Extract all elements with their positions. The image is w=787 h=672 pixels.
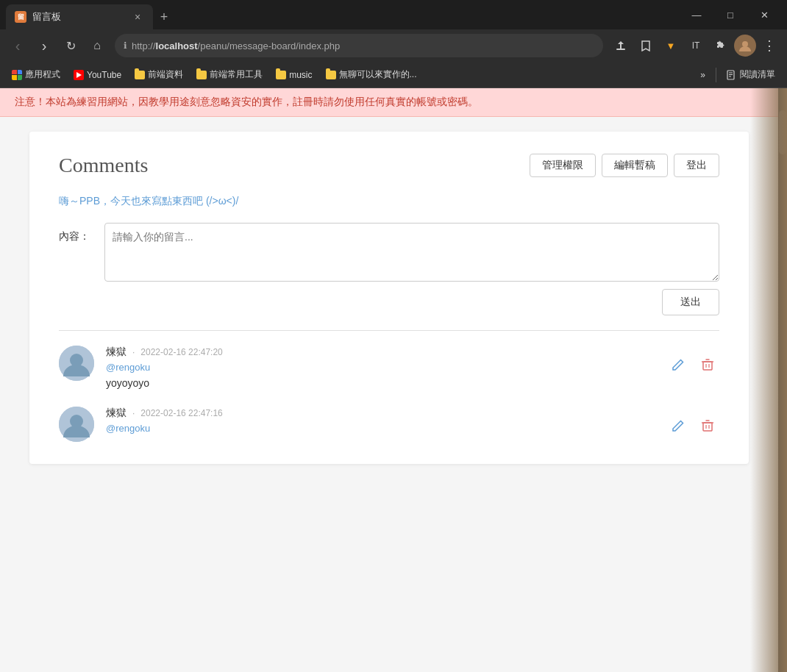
comment-body: 煉獄 · 2022-02-16 22:47:16 @rengoku <box>106 407 655 438</box>
content-card: Comments 管理權限 編輯暫稿 登出 嗨～PPB，今天也來寫點東西吧 (/… <box>29 132 749 464</box>
separator <box>716 68 716 82</box>
bookmark-youtube-label: YouTube <box>87 70 121 80</box>
nav-bar: ‹ › ↻ ⌂ ℹ http://localhost/peanu/message… <box>0 29 787 62</box>
bookmark-youtube[interactable]: YouTube <box>68 67 127 83</box>
new-tab-button[interactable]: + <box>153 4 175 29</box>
submit-button[interactable]: 送出 <box>662 289 719 315</box>
share-button[interactable] <box>609 34 633 57</box>
comment-meta: 煉獄 · 2022-02-16 22:47:20 <box>106 346 655 359</box>
tab-bar: 留 留言板 × + <box>6 0 677 29</box>
comment-meta: 煉獄 · 2022-02-16 22:47:16 <box>106 407 655 420</box>
warning-banner: 注意！本站為練習用網站，因教學用途刻意忽略資安的實作，註冊時請勿使用任何真實的帳… <box>0 88 778 117</box>
folder-icon <box>326 71 336 79</box>
refresh-button[interactable]: ↻ <box>59 34 82 57</box>
avatar <box>59 407 94 442</box>
comment-handle: @rengoku <box>106 423 655 434</box>
maximize-button[interactable]: □ <box>713 3 747 26</box>
bookmark-frontend-tools[interactable]: 前端常用工具 <box>190 65 268 84</box>
back-button[interactable]: ‹ <box>6 34 29 57</box>
comment-separator: · <box>132 347 135 357</box>
url-display: http://localhost/peanu/message-board/ind… <box>132 40 594 51</box>
admin-button[interactable]: 管理權限 <box>530 154 596 177</box>
webpage: 注意！本站為練習用網站，因教學用途刻意忽略資安的實作，註冊時請勿使用任何真實的帳… <box>0 88 778 672</box>
youtube-icon <box>74 70 84 80</box>
home-button[interactable]: ⌂ <box>85 34 109 57</box>
extensions-button[interactable] <box>709 34 733 57</box>
bookmarks-more-label: » <box>700 70 705 80</box>
tab-favicon: 留 <box>15 11 26 23</box>
brave-shield-icon[interactable]: ▼ <box>659 34 683 57</box>
comment-textarea[interactable] <box>104 223 719 282</box>
form-submit-area: 送出 <box>59 289 719 315</box>
svg-rect-0 <box>616 49 625 50</box>
edit-button[interactable] <box>666 414 690 437</box>
scrollbar[interactable] <box>778 88 787 672</box>
bookmarks-bar: 應用程式 YouTube 前端資料 前端常用工具 music 無聊可以來實作的.… <box>0 62 787 88</box>
comment-item: 煉獄 · 2022-02-16 22:47:16 @rengoku <box>59 407 719 442</box>
close-button[interactable]: ✕ <box>747 3 781 26</box>
comment-timestamp: 2022-02-16 22:47:16 <box>140 408 222 418</box>
bookmark-frontend-data[interactable]: 前端資料 <box>129 65 189 84</box>
comment-action-buttons <box>666 407 719 437</box>
bookmark-frontend-tools-label: 前端常用工具 <box>210 68 263 81</box>
avatar <box>59 346 94 381</box>
bookmark-music[interactable]: music <box>270 67 318 83</box>
logout-button[interactable]: 登出 <box>674 154 719 177</box>
comment-author: 煉獄 <box>106 407 127 420</box>
minimize-button[interactable]: — <box>680 3 713 26</box>
edit-button[interactable] <box>666 353 690 376</box>
browser-window: 留 留言板 × + — □ ✕ ‹ › ↻ ⌂ ℹ htt <box>0 0 787 672</box>
delete-button[interactable] <box>696 353 719 376</box>
tab-title: 留言板 <box>32 10 125 24</box>
delete-button[interactable] <box>696 414 719 437</box>
folder-icon <box>276 71 286 79</box>
title-bar: 留 留言板 × + — □ ✕ <box>0 0 787 29</box>
apps-icon <box>12 70 22 80</box>
reading-list-icon <box>727 70 737 80</box>
forward-button[interactable]: › <box>32 34 56 57</box>
tab-close-button[interactable]: × <box>131 10 144 24</box>
folder-icon <box>196 71 207 79</box>
svg-rect-9 <box>703 362 712 370</box>
comment-separator: · <box>132 408 135 418</box>
comment-author: 煉獄 <box>106 346 127 359</box>
bookmark-frontend-data-label: 前端資料 <box>148 68 183 81</box>
comment-handle: @rengoku <box>106 362 655 373</box>
comment-text: yoyoyoyo <box>106 377 655 389</box>
welcome-text: 嗨～PPB，今天也來寫點東西吧 (/>ω<)/ <box>59 195 719 208</box>
profile-avatar[interactable] <box>734 35 756 57</box>
comments-header: Comments 管理權限 編輯暫稿 登出 <box>59 154 719 177</box>
warning-text: 注意！本站為練習用網站，因教學用途刻意忽略資安的實作，註冊時請勿使用任何真實的帳… <box>15 96 478 107</box>
bookmark-music-label: music <box>289 70 312 80</box>
bookmark-button[interactable] <box>634 34 658 57</box>
bookmarks-overflow-button[interactable]: » <box>694 67 711 83</box>
security-icon: ℹ <box>124 40 127 51</box>
divider <box>59 330 719 331</box>
comment-action-buttons <box>666 346 719 376</box>
reading-list-button[interactable]: 閱讀清單 <box>721 65 781 84</box>
scrollbar-thumb[interactable] <box>779 110 786 154</box>
form-row: 內容： <box>59 223 719 282</box>
header-buttons: 管理權限 編輯暫稿 登出 <box>530 154 719 177</box>
nav-action-buttons: ▼ IT ⋮ <box>609 34 781 57</box>
menu-button[interactable]: ⋮ <box>758 34 781 57</box>
page-area: 注意！本站為練習用網站，因教學用途刻意忽略資安的實作，註冊時請勿使用任何真實的帳… <box>0 88 787 672</box>
window-controls: — □ ✕ <box>680 3 781 26</box>
folder-icon <box>135 71 145 79</box>
address-bar[interactable]: ℹ http://localhost/peanu/message-board/i… <box>115 34 603 57</box>
comment-item: 煉獄 · 2022-02-16 22:47:20 @rengoku yoyoyo… <box>59 346 719 389</box>
form-label: 內容： <box>59 223 96 243</box>
comment-form: 內容： 送出 <box>59 223 719 315</box>
svg-point-2 <box>742 41 748 47</box>
page-title: Comments <box>59 154 148 177</box>
active-tab[interactable]: 留 留言板 × <box>6 4 153 29</box>
bookmark-practice-label: 無聊可以來實作的... <box>339 68 417 81</box>
main-content: Comments 管理權限 編輯暫稿 登出 嗨～PPB，今天也來寫點東西吧 (/… <box>0 117 778 672</box>
reading-list-label: 閱讀清單 <box>740 68 775 81</box>
bookmark-practice[interactable]: 無聊可以來實作的... <box>320 65 423 84</box>
profile-indicator[interactable]: IT <box>684 34 708 57</box>
bookmark-apps-label: 應用程式 <box>25 68 60 81</box>
bookmark-apps[interactable]: 應用程式 <box>6 65 66 84</box>
bookmarks-more-area: » 閱讀清單 <box>694 65 781 84</box>
edit-draft-button[interactable]: 編輯暫稿 <box>602 154 668 177</box>
